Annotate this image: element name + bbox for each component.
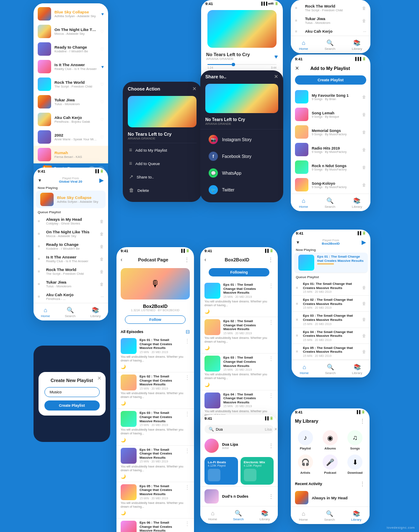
more-dots-icon[interactable]: ⋮ [360,480,365,487]
trash-icon[interactable]: 🗑 [100,269,104,274]
heart-icon[interactable]: ♡ [100,29,104,34]
trash-icon[interactable]: 🗑 [100,282,104,287]
heart-icon[interactable]: ♡ [100,47,104,52]
group-item[interactable]: Dud's n Dudes ⋮ [200,486,278,506]
song-item[interactable]: ≡ Rock The World The Script - Freedom Ch… [291,2,370,14]
song-item[interactable]: Ready to Change Kodaline - I Wouldn't Be… [34,40,108,58]
more-icon[interactable]: ⋮ [269,493,274,499]
queue-ep-item[interactable]: ≡ Eps 01: The Small Change that Creates … [292,280,370,296]
share-to-action[interactable]: ↗ Share to.. [123,170,202,183]
queue-ep-item[interactable]: ≡ Eps 04 : The Small Change that Creates… [292,328,370,344]
progress-bar[interactable]: 1:24 3:44 [201,62,283,71]
nav-home[interactable]: ⌂Home [208,510,217,521]
trash-icon[interactable]: 🗑 [362,95,366,99]
queue-ep-item[interactable]: ≡ Eps 05 : The Small Change that Creates… [292,344,370,360]
close-icon[interactable]: ✕ [97,375,101,381]
nav-library[interactable]: 📚Library [91,307,101,318]
episode-item[interactable]: Eps 03 : The Small Change that Creates M… [116,409,194,445]
trash-icon[interactable]: 🗑 [362,112,366,117]
song-item-active[interactable]: Rumah Fiersa Besari - KAS [34,146,108,163]
add-to-playlist-action[interactable]: ≡ Add to My Playlist [123,143,202,157]
ep-dots-icon[interactable]: ⋮ [185,411,190,417]
trash-icon[interactable]: 🗑 [362,147,366,152]
library-podcast-item[interactable]: 🎤 Podcast [320,455,340,475]
trash-icon[interactable]: 🗑 [362,165,366,170]
more-icon[interactable]: ⋮ [269,443,274,449]
recent-song-item[interactable]: Always in My Head [291,489,370,506]
song-item[interactable]: Blue Sky Collapse Adhitia Sofyan - Adala… [34,5,108,23]
library-playlist-item[interactable]: ♪ Playlist [295,430,316,450]
nav-search[interactable]: 🔍Search [324,510,335,522]
create-playlist-button[interactable]: Create Playlist [295,75,366,85]
trash-icon[interactable]: 🗑 [100,244,104,249]
trash-icon[interactable]: 🗑 [100,257,104,261]
episode-item[interactable]: Eps 02 : The Small Change that Creates M… [116,372,194,409]
add-to-queue-action[interactable]: ≡ Add to Queue [123,157,202,170]
delete-action[interactable]: 🗑 Delete [123,183,202,197]
trash-icon[interactable]: 🗑 [362,18,366,23]
playlist-card-lofi[interactable]: Lo-Fi Beats 4.129K Played [204,457,238,485]
filter-icon[interactable]: ⊟ [186,329,190,335]
song-item[interactable]: On The Night Like This Mocca - Adalaide … [34,23,108,40]
now-playing-ep[interactable]: Eps 01 : The Small Change that Creates M… [294,253,368,273]
ep-dots-icon[interactable]: ⋮ [185,484,190,490]
heart-icon[interactable]: ♥ [101,65,104,69]
nav-library[interactable]: 📚Library [352,364,362,375]
heart-icon[interactable]: ♡ [100,100,104,104]
ep-dots-icon[interactable]: ⋮ [269,393,274,398]
playlist-item[interactable]: Radio Hits 2019 9 Songs · By MusicFactor… [291,141,370,158]
nav-home[interactable]: ⌂Home [299,39,308,51]
nav-search[interactable]: 🔍Search [325,364,336,375]
create-playlist-button[interactable]: Create Playlist [44,400,100,411]
nav-home[interactable]: ⌂Home [41,307,50,318]
trash-icon[interactable]: 🗑 [362,130,366,134]
library-albums-item[interactable]: ◉ Albums [320,430,340,450]
share-whatsapp[interactable]: 💬 WhatsApp [200,165,283,181]
ep-dots-icon[interactable]: ⋮ [269,356,274,362]
ep-dots-icon[interactable]: ⋮ [269,319,274,325]
close-x-icon[interactable]: ✕ [295,65,299,71]
library-songs-item[interactable]: ♫ Songs [345,430,365,450]
nav-home[interactable]: ⌂Home [299,197,308,209]
trash-icon[interactable]: 🗑 [362,285,366,290]
ep-dots-icon[interactable]: ⋮ [269,283,274,289]
more-icon[interactable]: ⋮ [268,256,274,263]
nav-library[interactable]: 📚Library [351,510,361,522]
song-item[interactable]: ≡ Aku Cah Kerjo ··· [291,27,370,36]
episode-item[interactable]: Eps 02 : The Small Change that Creates M… [200,317,278,354]
share-facebook-story[interactable]: f Facebook Story [200,148,283,165]
queue-item[interactable]: ≡ Tukar Jiwa Tulus - Monokrom 🗑 [34,278,108,290]
trash-icon[interactable]: 🗑 [362,6,366,10]
back-icon[interactable]: ‹ [204,257,206,263]
artist-item[interactable]: Dua Lipa Artist ⋮ [200,436,278,455]
queue-item[interactable]: ≡ Always in My Head Coldplay - Ghost Sto… [34,215,108,227]
heart-icon[interactable]: ♡ [100,117,104,122]
queue-ep-item[interactable]: ≡ Eps 03 : The Small Change that Creates… [292,312,370,328]
heart-icon[interactable]: ♡ [100,82,104,87]
trash-icon[interactable]: 🗑 [100,232,104,236]
heart-icon[interactable]: ♡ [100,135,104,139]
follow-button[interactable]: Follow [125,315,186,324]
nav-library[interactable]: 📚Library [260,510,270,521]
trash-icon[interactable]: 🗑 [362,183,366,187]
now-playing-item[interactable]: Blue Sky Collapse Adhitia Sofyan - Adala… [36,191,106,208]
episode-item[interactable]: Eps 01 : The Small Change that Creates M… [116,336,194,372]
playlist-item[interactable]: Song-Koloyo 9 Songs · By MusicFactory 🗑 [291,176,370,194]
song-item[interactable]: ≡ Tukar Jiwa Tulus - Monokrom 🗑 [291,14,370,27]
queue-item[interactable]: ≡ Aku Cah Kerjo Pendhoza - ... ··· [34,290,108,303]
ep-dots-icon[interactable]: ⋮ [185,338,190,344]
episode-item[interactable]: Eps 03 : The Small Change that Creates M… [200,354,278,390]
queue-item[interactable]: ≡ Ready to Change Kodaline - I Wouldn't … [34,240,108,253]
nav-home[interactable]: ⌂Home [299,510,308,522]
clear-search-icon[interactable]: ✕ [274,427,277,431]
back-icon[interactable]: ‹ [121,257,122,263]
episode-item[interactable]: Eps 06 : The Small Change that Creates M… [116,519,194,532]
library-artists-item[interactable]: 🎧 Artists [295,455,316,475]
trash-icon[interactable]: 🗑 [100,219,104,224]
more-icon[interactable]: ⋮ [360,418,365,424]
playlist-item[interactable]: Memorial Songs 9 Songs · By MusicFactory… [291,123,370,141]
ep-dots-icon[interactable]: ⋮ [185,448,190,454]
queue-item[interactable]: ≡ Rock The World The Script - Freedom Ch… [34,265,108,278]
chevron-down-icon[interactable]: ▼ [38,178,42,183]
queue-item[interactable]: ≡ On The Night Like This Mocca - Adalaid… [34,227,108,240]
